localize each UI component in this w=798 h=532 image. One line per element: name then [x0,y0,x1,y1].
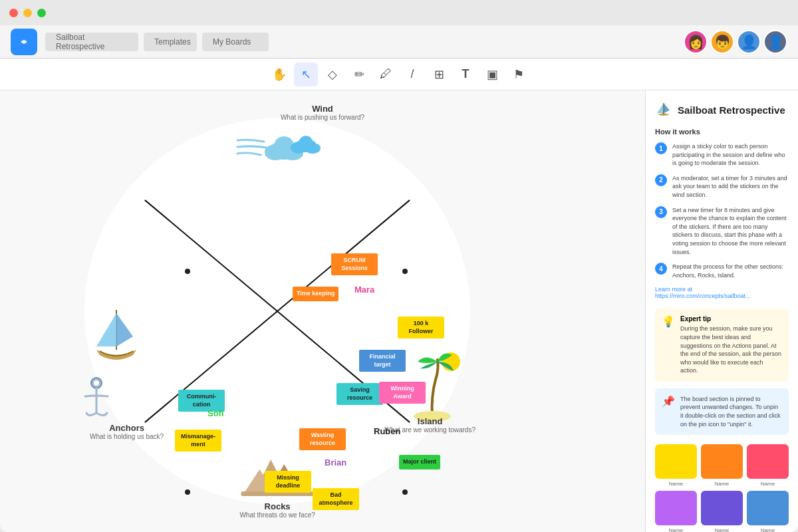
sticky-saving[interactable]: Saving resource [336,383,383,405]
sticky-scrum[interactable]: SCRUM Sessions [331,253,378,275]
sticky-major[interactable]: Major client [399,455,440,469]
pin-icon: 📌 [662,395,675,428]
anchors-subtitle: What is holding us back? [90,433,164,440]
crop-tool[interactable]: ⊞ [427,63,451,86]
sailboat-illustration [86,303,146,372]
maximize-button[interactable] [37,9,46,17]
close-button[interactable] [9,9,18,17]
sailboat-panel-icon [655,101,672,118]
rocks-subtitle: What threats do we face? [239,511,315,519]
step-2-text: As moderator, set a timer for 3 minutes … [672,174,789,200]
step-4: 4 Repeat the process for the other secti… [655,263,789,279]
svg-point-12 [94,380,99,386]
corner-dot-tr [402,269,408,274]
tab-3[interactable]: My Boards [202,33,269,51]
shape-tool[interactable]: ◇ [321,63,344,86]
user-brian-label: Brian [325,458,346,467]
how-it-works-heading: How it works [655,128,789,136]
canvas[interactable]: Wind What is pushing us forward? [0,90,645,532]
pen-tool[interactable]: ✏ [347,63,371,86]
swatch-indigo[interactable]: Name [701,491,743,532]
wind-title: Wind [281,104,364,114]
step-3-number: 3 [655,206,667,218]
titlebar [0,0,798,25]
step-1-text: Assign a sticky color to each person par… [672,142,789,168]
panel-title: Sailboat Retrospective [678,104,785,116]
corner-dot-br [402,489,408,495]
pin-tip-box: 📌 The board section is pinned to prevent… [655,388,789,435]
svg-point-5 [275,136,293,152]
swatch-blue[interactable]: Name [747,491,789,532]
user-ruben-label: Ruben [374,426,400,436]
app-window: Sailboat Retrospective Templates My Boar… [0,0,798,532]
expert-tip-box: 💡 Expert tip During the session, make su… [655,309,789,382]
tab-1[interactable]: Sailboat Retrospective [45,33,138,51]
tab-2[interactable]: Templates [144,33,197,51]
sticky-winning[interactable]: Winning Award [379,382,426,404]
expert-tip-title: Expert tip [680,315,782,323]
sticky-mismanage[interactable]: Mismanage- ment [175,430,221,452]
learn-more-link[interactable]: Learn more at https://miro.com/concepts/… [655,286,789,299]
avatar-1: 👩 [684,30,708,54]
swatch-purple[interactable]: Name [655,491,697,532]
anchors-section-label: Anchors What is holding us back? [90,423,164,440]
rocks-title: Rocks [239,501,315,511]
panel-header: Sailboat Retrospective [655,101,789,118]
user-avatars: 👩 👦 👤 👤 [684,30,787,54]
step-2: 2 As moderator, set a timer for 3 minute… [655,174,789,200]
sticky-missing[interactable]: Missing deadline [265,471,311,493]
nav-tabs: Sailboat Retrospective Templates My Boar… [45,33,676,51]
step-2-number: 2 [655,174,667,186]
sticky-financial[interactable]: Financial target [359,350,406,372]
step-4-text: Repeat the process for the other section… [672,263,789,279]
main-area: Wind What is pushing us forward? [0,90,798,532]
sticky-follower[interactable]: 100 k Follower [398,317,444,338]
swatch-yellow[interactable]: Name [655,444,697,487]
marker-tool[interactable]: 🖊 [374,63,398,86]
expert-tip-text: During the session, make sure you captur… [680,325,782,375]
avatar-4: 👤 [763,30,787,54]
app-logo [11,29,37,55]
island-title: Island [384,416,475,426]
browser-bar: Sailboat Retrospective Templates My Boar… [0,25,798,59]
corner-dot-bl [185,489,190,495]
step-3: 3 Set a new timer for 8 minutes and give… [655,206,789,257]
color-swatches-grid: Name Name Name Name Name [655,444,789,532]
cloud-illustration [234,127,321,173]
select-tool[interactable]: ↖ [294,63,318,86]
corner-dot-tl [185,269,190,274]
step-1-number: 1 [655,142,667,154]
avatar-3: 👤 [737,30,761,54]
sticky-bad-atmo[interactable]: Bad atmosphere [313,488,359,510]
sticky-wasting[interactable]: Wasting resource [299,428,346,450]
anchors-title: Anchors [90,423,164,433]
toolbar: ✋ ↖ ◇ ✏ 🖊 / ⊞ T ▣ ⚑ [0,59,798,90]
pin-tip-text: The board section is pinned to prevent u… [680,395,782,428]
swatch-pink[interactable]: Name [747,444,789,487]
sticky-timekeeping[interactable]: Time keeping [293,287,338,301]
anchor-illustration [78,376,115,422]
lightbulb-icon: 💡 [662,315,675,375]
step-1: 1 Assign a sticky color to each person p… [655,142,789,168]
step-3-text: Set a new timer for 8 minutes and give e… [672,206,789,257]
user-mara-label: Mara [354,285,374,295]
wind-subtitle: What is pushing us forward? [281,114,364,121]
svg-point-9 [299,136,313,148]
pin-tool[interactable]: ⚑ [507,63,531,86]
swatch-orange[interactable]: Name [701,444,743,487]
user-sofi-label: Sofi [207,408,224,418]
text-tool[interactable]: T [454,63,477,86]
hand-tool[interactable]: ✋ [267,63,291,86]
step-4-number: 4 [655,263,667,275]
wind-section-label: Wind What is pushing us forward? [281,104,364,121]
svg-point-1 [23,41,25,43]
line-tool[interactable]: / [400,63,424,86]
right-panel: Sailboat Retrospective How it works 1 As… [645,90,798,532]
minimize-button[interactable] [23,9,32,17]
sticky-tool[interactable]: ▣ [480,63,504,86]
avatar-2: 👦 [710,30,734,54]
